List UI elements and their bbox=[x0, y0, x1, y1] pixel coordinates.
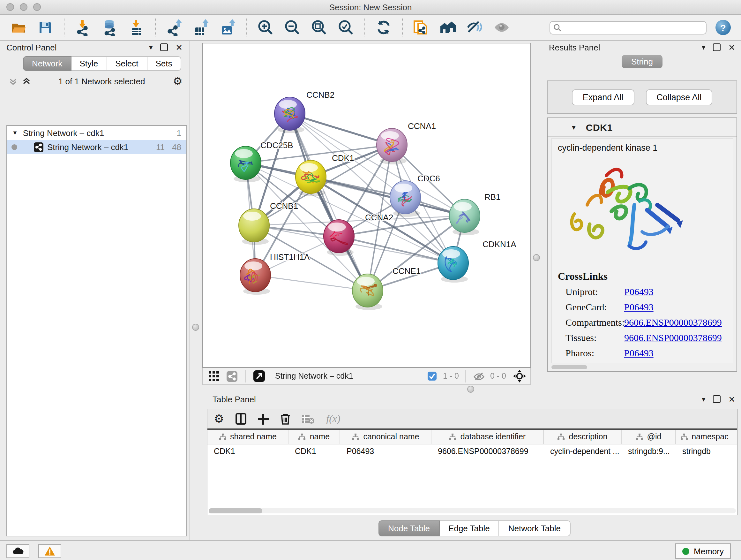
table-horizontal-scrollbar[interactable] bbox=[209, 508, 736, 513]
collection-expand-icon[interactable]: ▼ bbox=[12, 130, 18, 136]
network-edge[interactable] bbox=[290, 114, 392, 145]
network-canvas[interactable]: CCNB2CCNA1CDC25BCDK1CDC6RB1CCNB1CCNA2CDK… bbox=[202, 43, 531, 368]
zoom-window-button[interactable] bbox=[33, 3, 41, 11]
grid-view-icon[interactable] bbox=[207, 370, 221, 382]
table-row[interactable]: CDK1CDK1P064939606.ENSP00000378699cyclin… bbox=[207, 444, 737, 458]
network-node-CDKN1A[interactable]: CDKN1A bbox=[438, 240, 516, 283]
zoom-in-button[interactable] bbox=[256, 18, 275, 37]
network-options-gear-icon[interactable]: ⚙ bbox=[173, 75, 183, 88]
close-panel-icon[interactable]: ✕ bbox=[728, 394, 735, 404]
left-splitter[interactable] bbox=[189, 41, 202, 540]
warnings-button[interactable] bbox=[38, 544, 61, 558]
import-table-from-file-button[interactable] bbox=[127, 18, 146, 37]
column-header-canonical-name[interactable]: canonical name bbox=[340, 430, 431, 444]
network-graph[interactable]: CCNB2CCNA1CDC25BCDK1CDC6RB1CCNB1CCNA2CDK… bbox=[203, 44, 530, 367]
panel-menu-icon[interactable]: ▾ bbox=[149, 43, 152, 51]
zoom-fit-button[interactable] bbox=[310, 18, 329, 37]
crosslink-link[interactable]: P06493 bbox=[624, 348, 654, 359]
apply-layout-button[interactable] bbox=[374, 18, 393, 37]
detach-view-icon[interactable] bbox=[252, 370, 266, 382]
column-header--id[interactable]: @id bbox=[622, 430, 676, 444]
column-header-description[interactable]: description bbox=[544, 430, 622, 444]
crosslink-link[interactable]: P06493 bbox=[624, 287, 654, 298]
cloud-status-button[interactable] bbox=[6, 544, 29, 558]
export-table-button[interactable] bbox=[192, 18, 211, 37]
network-node-CDC6[interactable]: CDC6 bbox=[390, 174, 440, 217]
column-header-database-identifier[interactable]: database identifier bbox=[431, 430, 544, 444]
import-network-from-file-button[interactable] bbox=[73, 18, 92, 37]
results-entry-header[interactable]: ▼ CDK1 bbox=[548, 118, 737, 137]
splitter-handle[interactable] bbox=[467, 386, 474, 393]
tab-edge-table[interactable]: Edge Table bbox=[440, 520, 499, 537]
memory-button[interactable]: Memory bbox=[675, 543, 731, 559]
column-header-name[interactable]: name bbox=[288, 430, 340, 444]
expand-all-button[interactable]: Expand All bbox=[572, 89, 634, 105]
crosshair-icon[interactable] bbox=[513, 370, 527, 382]
tab-node-table[interactable]: Node Table bbox=[379, 520, 440, 537]
column-header-namespac[interactable]: namespac bbox=[676, 430, 733, 444]
tab-style[interactable]: Style bbox=[71, 56, 107, 71]
splitter-handle[interactable] bbox=[533, 254, 540, 261]
float-panel-icon[interactable] bbox=[713, 44, 721, 51]
network-node-HIST1H1A[interactable]: HIST1H1A bbox=[240, 252, 310, 295]
close-window-button[interactable] bbox=[6, 3, 14, 11]
open-session-button[interactable] bbox=[9, 18, 28, 37]
hide-selection-button[interactable] bbox=[465, 18, 484, 37]
birds-eye-view-icon[interactable] bbox=[225, 370, 239, 382]
horizontal-splitter[interactable] bbox=[202, 385, 531, 393]
right-splitter[interactable] bbox=[531, 41, 542, 393]
tab-string[interactable]: String bbox=[622, 55, 663, 68]
tab-sets[interactable]: Sets bbox=[147, 56, 181, 71]
network-node-CCNA2[interactable]: CCNA2 bbox=[324, 212, 393, 256]
network-node-CCNE1[interactable]: CCNE1 bbox=[352, 266, 421, 310]
float-panel-icon[interactable] bbox=[160, 44, 168, 51]
crosslink-link[interactable]: 9606.ENSP00000378699 bbox=[624, 333, 722, 344]
network-node-RB1[interactable]: RB1 bbox=[449, 192, 501, 235]
add-column-icon[interactable] bbox=[258, 414, 269, 424]
network-edge[interactable] bbox=[290, 114, 367, 291]
first-neighbors-button[interactable] bbox=[439, 18, 458, 37]
save-session-button[interactable] bbox=[36, 18, 55, 37]
help-button[interactable]: ? bbox=[716, 20, 731, 35]
collapse-all-icon[interactable] bbox=[9, 77, 17, 85]
expand-all-icon[interactable] bbox=[22, 77, 30, 85]
network-collection-row[interactable]: ▼ String Network – cdk1 1 bbox=[7, 126, 186, 140]
collapse-all-button[interactable]: Collapse All bbox=[646, 89, 712, 105]
tab-network[interactable]: Network bbox=[23, 56, 71, 71]
import-database-icon bbox=[102, 19, 118, 36]
crosslink-link[interactable]: 9606.ENSP00000378699 bbox=[624, 317, 722, 328]
show-columns-icon[interactable] bbox=[235, 413, 246, 425]
entry-expand-icon[interactable]: ▼ bbox=[570, 124, 577, 131]
splitter-handle[interactable] bbox=[192, 324, 199, 331]
column-header-label: @id bbox=[647, 432, 662, 441]
scrollbar-thumb[interactable] bbox=[209, 508, 262, 513]
table-settings-gear-icon[interactable]: ⚙ bbox=[214, 412, 224, 426]
tab-network-table[interactable]: Network Table bbox=[499, 520, 570, 537]
float-panel-icon[interactable] bbox=[713, 395, 721, 403]
close-panel-icon[interactable]: ✕ bbox=[728, 43, 735, 52]
main-area: Control Panel ▾ ✕ NetworkStyleSelectSets… bbox=[0, 41, 741, 540]
search-input[interactable] bbox=[549, 21, 706, 34]
crosslink-link[interactable]: P06493 bbox=[624, 302, 654, 313]
network-edge[interactable] bbox=[255, 275, 367, 291]
panel-menu-icon[interactable]: ▾ bbox=[702, 395, 705, 403]
minimize-window-button[interactable] bbox=[20, 3, 27, 11]
close-panel-icon[interactable]: ✕ bbox=[176, 43, 183, 52]
column-header-shared-name[interactable]: shared name bbox=[207, 430, 288, 444]
network-row-selected[interactable]: String Network – cdk1 11 48 bbox=[7, 140, 186, 154]
tab-select[interactable]: Select bbox=[107, 56, 147, 71]
selected-checkbox-icon[interactable] bbox=[425, 370, 439, 382]
window-controls bbox=[6, 3, 41, 11]
delete-column-icon[interactable] bbox=[280, 413, 290, 425]
network-node-CCNA1[interactable]: CCNA1 bbox=[377, 121, 436, 165]
network-node-CCNB1[interactable]: CCNB1 bbox=[239, 201, 298, 245]
new-network-from-selection-button[interactable] bbox=[412, 18, 431, 37]
results-scrollbar-thumb[interactable] bbox=[551, 365, 587, 369]
zoom-selected-button[interactable] bbox=[336, 18, 355, 37]
zoom-out-button[interactable] bbox=[283, 18, 302, 37]
export-network-button[interactable] bbox=[165, 18, 184, 37]
panel-menu-icon[interactable]: ▾ bbox=[702, 43, 705, 51]
import-network-from-database-button[interactable] bbox=[100, 18, 119, 37]
export-image-button[interactable] bbox=[218, 18, 238, 37]
show-all-button[interactable] bbox=[492, 18, 511, 37]
